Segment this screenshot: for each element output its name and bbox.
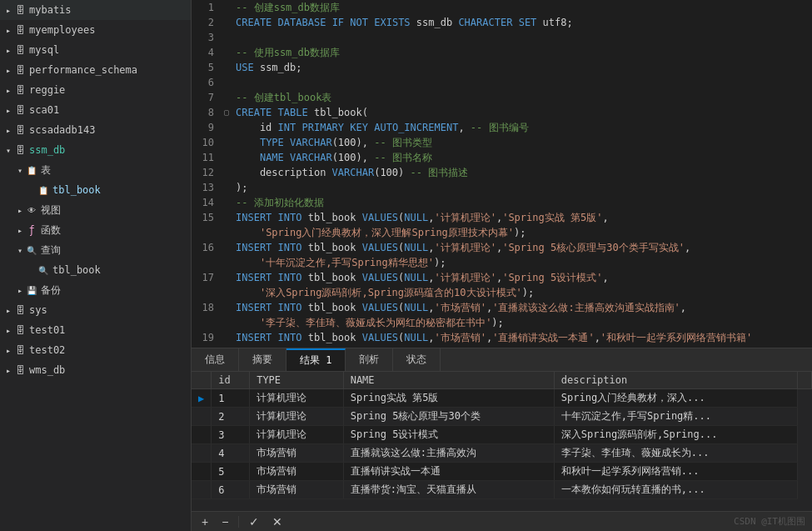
col-header-TYPE: TYPE [250,372,343,389]
line-content: -- 创建tbl_book表 [232,90,812,105]
tree-item-label: performance_schema [29,64,137,76]
fold-icon[interactable]: ▢ [221,105,232,120]
code-line: 6 [192,75,812,90]
tree-item-label: test02 [29,344,65,356]
table-cell: 计算机理论 [250,408,343,426]
expand-arrow-icon: ▸ [3,126,13,135]
table-row[interactable]: 2计算机理论Spring 5核心原理与30个类十年沉淀之作,手写Spring精.… [192,408,812,426]
folder-icon: 🔍 [25,246,38,255]
scroll-placeholder [798,372,812,389]
tree-item-label: 备份 [41,283,61,298]
table-cell: 市场营销 [250,481,343,499]
confirm-button[interactable]: ✓ [246,516,262,528]
row-indicator [192,444,212,463]
tree-item-label: 查询 [41,243,61,258]
tree-item-label: sca01 [29,104,59,116]
table-cell: 计算机理论 [250,389,343,408]
table-cell: Spring 5设计模式 [343,426,554,444]
expand-arrow-icon: ▾ [15,166,25,175]
table-cell: 直播就该这么做:主播高效沟 [343,444,554,463]
code-editor[interactable]: 1-- 创建ssm_db数据库2CREATE DATABASE IF NOT E… [192,0,812,348]
tree-item-label: reggie [29,84,65,96]
col-header-id: id [212,372,250,389]
db-icon: 🗄 [13,105,27,116]
tree-item-label: mybatis [29,4,72,16]
tab-摘要[interactable]: 摘要 [239,348,286,371]
table-cell: 计算机理论 [250,426,343,444]
code-line: '深入Spring源码剖析,Spring源码蕴含的10大设计模式'); [192,285,812,300]
line-content: CREATE TABLE tbl_book( [232,105,812,120]
sidebar-item-视图[interactable]: ▸👁视图 [0,200,191,220]
line-content: '李子柒、李佳琦、薇娅成长为网红的秘密都在书中'); [232,315,812,330]
table-cell: 直播带货:淘宝、天猫直播从 [343,481,554,499]
tree-item-label: tbl_book [52,184,101,196]
table-row[interactable]: ▶1计算机理论Spring实战 第5版Spring入门经典教材，深入... [192,389,812,408]
expand-arrow-icon: ▸ [3,66,13,75]
table-row[interactable]: 4市场营销直播就该这么做:主播高效沟李子柒、李佳琦、薇娅成长为... [192,444,812,463]
code-line: 2CREATE DATABASE IF NOT EXISTS ssm_db CH… [192,15,812,30]
line-content: CREATE DATABASE IF NOT EXISTS ssm_db CHA… [232,15,812,30]
code-line: 17INSERT INTO tbl_book VALUES(NULL,'计算机理… [192,270,812,285]
sidebar-item-ssm_db[interactable]: ▾🗄ssm_db [0,140,191,160]
table-cell: 深入Spring源码剖析,Spring... [554,426,797,444]
sidebar-item-scsadadb143[interactable]: ▸🗄scsadadb143 [0,120,191,140]
expand-arrow-icon: ▸ [3,6,13,15]
line-number: 5 [192,60,221,75]
code-line: 12 description VARCHAR(100) -- 图书描述 [192,165,812,180]
sidebar-item-tbl_book[interactable]: 🔍tbl_book [0,260,191,280]
line-number: 19 [192,330,221,345]
table-row[interactable]: 3计算机理论Spring 5设计模式深入Spring源码剖析,Spring... [192,426,812,444]
row-indicator [192,426,212,444]
code-line: 18INSERT INTO tbl_book VALUES(NULL,'市场营销… [192,300,812,315]
add-row-button[interactable]: + [198,516,212,528]
code-line: 19INSERT INTO tbl_book VALUES(NULL,'市场营销… [192,330,812,345]
table-row[interactable]: 6市场营销直播带货:淘宝、天猫直播从一本教你如何玩转直播的书,... [192,481,812,499]
sidebar-item-wms_db[interactable]: ▸🗄wms_db [0,360,191,380]
line-number: 18 [192,300,221,315]
tab-状态[interactable]: 状态 [393,348,441,371]
line-number: 13 [192,180,221,195]
line-content: INSERT INTO tbl_book VALUES(NULL,'计算机理论'… [232,210,812,225]
code-line: 11 NAME VARCHAR(100), -- 图书名称 [192,150,812,165]
code-line: 13); [192,180,812,195]
code-line: 15INSERT INTO tbl_book VALUES(NULL,'计算机理… [192,210,812,225]
watermark: CSDN @IT机图围 [734,515,805,528]
line-content: INSERT INTO tbl_book VALUES(NULL,'计算机理论'… [232,240,812,255]
results-area[interactable]: idTYPENAMEdescription ▶1计算机理论Spring实战 第5… [192,372,812,511]
tab-结果1[interactable]: 结果 1 [286,348,346,371]
bottom-panel: 信息摘要结果 1剖析状态 idTYPENAMEdescription ▶1计算机… [192,348,812,531]
sidebar-item-performance_schema[interactable]: ▸🗄performance_schema [0,60,191,80]
line-content: description VARCHAR(100) -- 图书描述 [232,165,812,180]
sidebar-item-表[interactable]: ▾📋表 [0,160,191,180]
sidebar-item-查询[interactable]: ▾🔍查询 [0,240,191,260]
tree-item-label: tbl_book [52,264,101,276]
tab-信息[interactable]: 信息 [192,348,239,371]
sidebar-item-reggie[interactable]: ▸🗄reggie [0,80,191,100]
line-content: -- 创建ssm_db数据库 [232,0,812,15]
table-row[interactable]: 5市场营销直播销讲实战一本通和秋叶一起学系列网络营销... [192,463,812,481]
sidebar-item-myemployees[interactable]: ▸🗄myemployees [0,20,191,40]
expand-arrow-icon: ▸ [3,106,13,115]
table-cell: 4 [212,444,250,463]
tree-item-label: 视图 [41,203,61,218]
code-line: 14-- 添加初始化数据 [192,195,812,210]
table-cell: Spring 5核心原理与30个类 [343,408,554,426]
results-table: idTYPENAMEdescription ▶1计算机理论Spring实战 第5… [192,372,812,499]
sidebar-item-test02[interactable]: ▸🗄test02 [0,340,191,360]
sidebar-item-mysql[interactable]: ▸🗄mysql [0,40,191,60]
tree-item-label: ssm_db [29,144,65,156]
tabs-bar: 信息摘要结果 1剖析状态 [192,348,812,372]
cancel-button[interactable]: ✕ [269,516,286,528]
sidebar-item-备份[interactable]: ▸💾备份 [0,280,191,300]
delete-row-button[interactable]: − [218,516,232,528]
db-icon: 🗄 [13,145,27,156]
sidebar-item-tbl_book[interactable]: 📋tbl_book [0,180,191,200]
sidebar-item-test01[interactable]: ▸🗄test01 [0,320,191,340]
sidebar-item-sca01[interactable]: ▸🗄sca01 [0,100,191,120]
sidebar-item-mybatis[interactable]: ▸🗄mybatis [0,0,191,20]
sidebar-item-sys[interactable]: ▸🗄sys [0,300,191,320]
line-content: TYPE VARCHAR(100), -- 图书类型 [232,135,812,150]
expand-arrow-icon: ▸ [3,346,13,355]
sidebar-item-函数[interactable]: ▸ƒ函数 [0,220,191,240]
tab-剖析[interactable]: 剖析 [346,348,393,371]
